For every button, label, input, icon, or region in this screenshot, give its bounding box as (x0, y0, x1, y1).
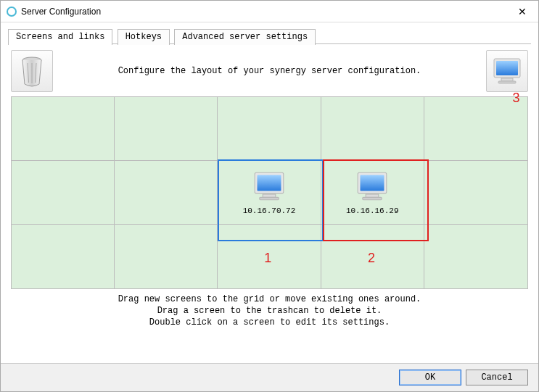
tab-screens-and-links[interactable]: Screens and links (8, 29, 112, 45)
screen-label: 10.16.16.29 (346, 207, 399, 215)
svg-rect-9 (257, 175, 281, 191)
monitor-icon (491, 57, 523, 86)
monitor-icon (354, 170, 390, 202)
grid-cell[interactable] (115, 161, 218, 225)
window-title: Server Configuration (21, 7, 101, 17)
svg-rect-6 (501, 78, 513, 81)
hint-line: Drag a screen to the trashcan to delete … (11, 305, 528, 317)
dialog-button-bar: OK Cancel (1, 363, 538, 391)
svg-rect-14 (366, 194, 379, 197)
grid-cell[interactable] (424, 161, 527, 225)
grid-cell[interactable] (218, 225, 321, 288)
close-button[interactable]: ✕ (506, 1, 538, 22)
screen-label: 10.16.70.72 (243, 207, 296, 215)
new-screen-source[interactable] (486, 50, 528, 92)
screen-grid[interactable]: 10.16.70.72 10.16.16.29 (11, 96, 528, 289)
grid-cell[interactable] (424, 97, 527, 161)
tab-strip: Screens and links Hotkeys Advanced serve… (1, 22, 538, 44)
screen-grid-wrap: 10.16.70.72 10.16.16.29 1 (11, 96, 528, 289)
trash-icon (17, 55, 46, 87)
grid-cell[interactable] (12, 225, 115, 288)
ok-button[interactable]: OK (399, 370, 461, 385)
hint-text: Drag new screens to the grid or move exi… (11, 289, 528, 332)
tab-hotkeys[interactable]: Hotkeys (118, 29, 170, 45)
grid-cell[interactable] (424, 225, 527, 288)
grid-cell[interactable] (321, 225, 424, 288)
svg-rect-7 (498, 81, 516, 83)
hint-line: Double click on a screen to edit its set… (11, 317, 528, 328)
top-row: Configure the layout of your synergy ser… (11, 49, 528, 96)
svg-rect-11 (260, 197, 279, 199)
grid-cell[interactable] (12, 161, 115, 225)
grid-cell-screen[interactable]: 10.16.70.72 (218, 161, 321, 225)
cancel-button[interactable]: Cancel (466, 370, 528, 385)
tab-content-screens: Configure the layout of your synergy ser… (1, 44, 538, 363)
grid-cell[interactable] (12, 97, 115, 161)
grid-cell-screen[interactable]: 10.16.16.29 (321, 161, 424, 225)
trash-button[interactable] (11, 50, 53, 92)
titlebar: Server Configuration ✕ (1, 1, 538, 22)
grid-cell[interactable] (321, 97, 424, 161)
monitor-icon (251, 170, 287, 202)
grid-cell[interactable] (218, 97, 321, 161)
description-text: Configure the layout of your synergy ser… (59, 66, 480, 76)
svg-rect-13 (361, 175, 384, 191)
grid-cell[interactable] (115, 97, 218, 161)
tab-advanced-server-settings[interactable]: Advanced server settings (174, 29, 316, 45)
grid-cell[interactable] (115, 225, 218, 288)
svg-rect-10 (263, 194, 276, 197)
svg-rect-15 (363, 197, 382, 199)
svg-rect-5 (496, 61, 518, 75)
hint-line: Drag new screens to the grid or move exi… (11, 293, 528, 305)
app-icon (7, 7, 17, 17)
